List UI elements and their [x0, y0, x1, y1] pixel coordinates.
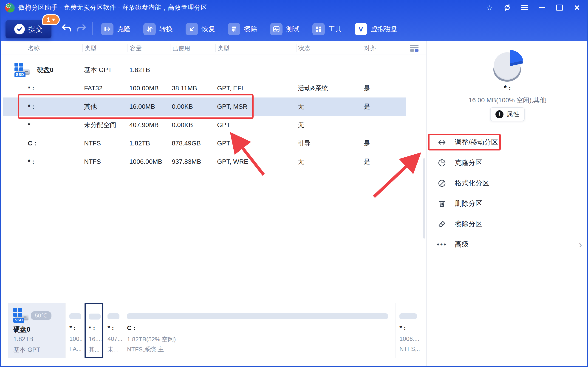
check-icon [14, 24, 25, 34]
cell-name: * : [3, 158, 82, 165]
window-controls: ☆ × [481, 0, 586, 15]
cell-status: 无 [296, 102, 362, 111]
cell-capacity: 1006.00MB [128, 158, 170, 165]
cell-scheme: GPT [215, 121, 296, 129]
chevron-down-icon [52, 19, 55, 21]
table-row[interactable]: C : NTFS 1.82TB 878.49GB GPT 引导 是 [3, 134, 406, 152]
app-logo-icon [5, 3, 15, 13]
menu-icon[interactable] [516, 0, 533, 15]
partition-block[interactable]: C : 1.82TB(52% 空闲) NTFS,系统,主 [123, 303, 392, 358]
disk-info-card[interactable]: SSD 50℃ 硬盘0 1.82TB 基本 GPT [8, 303, 65, 358]
cell-type: NTFS [82, 158, 128, 165]
col-status: 状态 [296, 44, 362, 52]
properties-label: 属性 [506, 110, 519, 119]
wipe-partition-icon [437, 219, 447, 229]
cell-used: 878.49GB [170, 140, 215, 147]
virtual-disk-button[interactable]: V 虚拟磁盘 [355, 23, 397, 35]
cell-status: 无 [296, 121, 362, 129]
test-button[interactable]: 测试 [270, 23, 300, 35]
partition-name: * : [89, 325, 95, 332]
cell-status: 活动&系统 [296, 84, 362, 93]
undo-button[interactable] [60, 22, 73, 35]
partition-fs: 其... [89, 346, 100, 354]
tool-label: 克隆 [117, 25, 130, 34]
menu-item-clone-partition[interactable]: 克隆分区 [427, 152, 588, 173]
wipe-button[interactable]: 擦除 [228, 23, 257, 35]
tools-icon [312, 23, 325, 35]
usage-capsule [399, 313, 417, 319]
partition-actions-menu: 调整/移动分区 克隆分区 格式化分区 [427, 132, 588, 255]
virtual-disk-icon: V [355, 23, 367, 35]
menu-item-label: 擦除分区 [455, 219, 482, 229]
disk-map: SSD 50℃ 硬盘0 1.82TB 基本 GPT * : 100... FA.… [0, 296, 426, 367]
partition-block-selected[interactable]: * : 16.... 其... [85, 303, 103, 358]
pending-operations-badge[interactable]: 1 [42, 14, 60, 25]
partition-assistant-window: 傲梅分区助手 - 免费无损分区软件 - 释放磁盘潜能，高效管理分区 ☆ × 提交… [0, 0, 588, 367]
partition-size: 1.82TB(52% 空闲) [127, 335, 176, 343]
partition-block[interactable]: * : 100... FA... [65, 303, 83, 358]
clone-icon [101, 23, 113, 35]
sync-icon[interactable] [498, 0, 516, 15]
disk-capacity: 1.82TB [13, 336, 33, 343]
annotation-box-selected-row [18, 94, 254, 119]
partition-block[interactable]: * : 407... 未... [104, 303, 122, 358]
tool-label: 擦除 [244, 25, 257, 34]
menu-item-label: 删除分区 [455, 199, 482, 208]
delete-partition-icon [437, 199, 447, 208]
close-button[interactable]: × [568, 0, 586, 15]
properties-button[interactable]: i 属性 [490, 107, 525, 121]
partition-pie-chart [488, 46, 527, 85]
cell-scheme: GPT, EFI [215, 85, 296, 92]
recover-icon [186, 23, 198, 35]
menu-item-delete-partition[interactable]: 删除分区 [427, 193, 588, 214]
column-settings-icon[interactable] [410, 45, 418, 52]
convert-icon [143, 23, 156, 35]
tool-label: 测试 [286, 25, 300, 34]
maximize-button[interactable] [551, 0, 568, 15]
cell-aligned: 是 [362, 84, 406, 93]
badge-count: 1 [47, 16, 50, 24]
col-aligned: 对齐 [362, 44, 406, 52]
table-row[interactable]: * : NTFS 1006.00MB 937.83MB GPT, WRE 无 是 [3, 152, 406, 171]
vertical-scrollbar[interactable] [423, 158, 425, 239]
cell-aligned: 是 [362, 139, 406, 148]
partition-block[interactable]: * : 1006.... NTFS,... [396, 303, 420, 358]
favorite-icon[interactable]: ☆ [481, 0, 498, 15]
tool-label: 转换 [159, 25, 173, 34]
recover-button[interactable]: 恢复 [186, 23, 215, 35]
format-partition-icon [437, 179, 447, 188]
cell-type: 未分配空间 [82, 121, 128, 129]
convert-button[interactable]: 转换 [143, 23, 173, 35]
partition-fs: 未... [107, 345, 119, 353]
side-panel: * : 16.00 MB(100% 空闲),其他 i 属性 调整/移动分区 [426, 41, 588, 367]
menu-item-advanced[interactable]: ••• 高级 › [427, 234, 588, 255]
ssd-badge: SSD [15, 72, 26, 77]
ssd-disk-icon: SSD [15, 63, 30, 77]
ssd-badge: SSD [13, 318, 24, 323]
minimize-button[interactable] [533, 0, 551, 15]
col-scheme: 类型 [215, 44, 296, 52]
cell-status: 无 [296, 157, 362, 166]
redo-button[interactable] [75, 22, 88, 35]
temperature-badge: 50℃ [31, 311, 52, 320]
menu-item-label: 高级 [455, 240, 468, 249]
submit-label: 提交 [28, 24, 43, 34]
window-border [0, 366, 588, 367]
partition-name: * : [399, 324, 406, 332]
menu-item-wipe-partition[interactable]: 擦除分区 [427, 214, 588, 234]
usage-capsule [127, 313, 388, 319]
clone-button[interactable]: 克隆 [101, 23, 130, 35]
tools-button[interactable]: 工具 [312, 23, 342, 35]
ssd-disk-icon: SSD [13, 308, 29, 323]
cell-scheme: GPT, WRE [215, 158, 296, 165]
window-border [0, 0, 1, 367]
clone-partition-icon [437, 158, 447, 167]
info-icon: i [495, 110, 503, 118]
maximize-icon [556, 5, 563, 10]
disk-type: 基本 GPT [82, 66, 128, 74]
disk-name: 硬盘0 [37, 66, 53, 74]
partition-size: 407... [107, 335, 122, 342]
table-row-disk[interactable]: SSD 硬盘0 基本 GPT 1.82TB [3, 57, 406, 83]
partition-name: * : [107, 324, 114, 332]
menu-item-format-partition[interactable]: 格式化分区 [427, 173, 588, 193]
